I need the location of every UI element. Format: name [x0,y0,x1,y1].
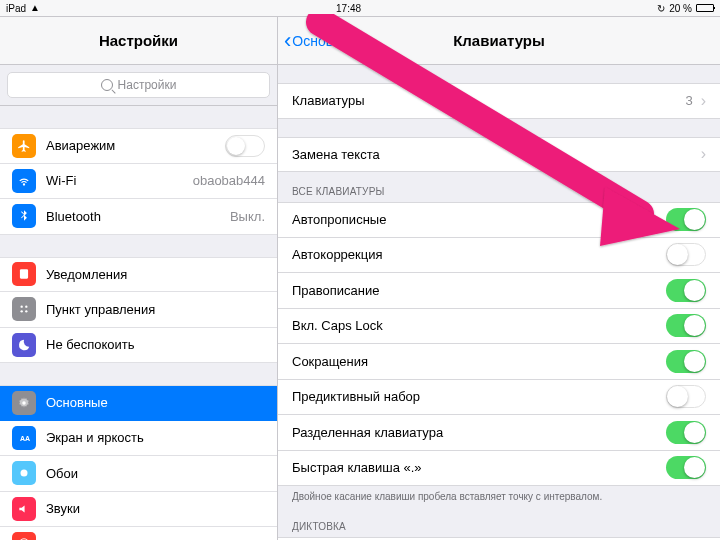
svg-point-2 [25,306,27,308]
battery-pct: 20 % [669,3,692,14]
control-center-icon [12,297,36,321]
search-icon [101,79,113,91]
toggle-switch[interactable] [666,243,706,266]
search-input[interactable]: Настройки [7,72,270,98]
back-button[interactable]: ‹ Основные [278,30,359,52]
chevron-right-icon: › [701,92,706,110]
svg-point-7 [21,470,28,477]
wallpaper-icon [12,461,36,485]
section-header-dictation: ДИКТОВКА [278,507,720,537]
toggle-switch[interactable] [666,385,706,408]
row-text-replacement[interactable]: Замена текста › [278,137,720,173]
sidebar-title: Настройки [99,32,178,49]
bluetooth-icon [12,204,36,228]
sidebar-item-general[interactable]: Основные [0,385,277,421]
display-icon: AA [12,426,36,450]
lock-icon [12,532,36,540]
gear-icon [12,391,36,415]
toggle-switch[interactable] [666,421,706,444]
row-toggle-2[interactable]: Правописание [278,273,720,309]
sidebar-item-wifi[interactable]: Wi-Fi obaobab444 [0,164,277,200]
row-toggle-4[interactable]: Сокращения [278,344,720,380]
sidebar-item-display[interactable]: AA Экран и яркость [0,421,277,457]
detail-panel: ‹ Основные Клавиатуры Клавиатуры 3 › Зам… [278,17,720,540]
sidebar-item-sounds[interactable]: Звуки [0,492,277,528]
svg-point-3 [21,310,23,312]
airplane-icon [12,134,36,158]
device-label: iPad [6,3,26,14]
section-header-all-keyboards: ВСЕ КЛАВИАТУРЫ [278,172,720,202]
sounds-icon [12,497,36,521]
row-toggle-1[interactable]: Автокоррекция [278,238,720,274]
sidebar-item-bluetooth[interactable]: Bluetooth Выкл. [0,199,277,235]
svg-point-1 [21,306,23,308]
row-toggle-7[interactable]: Быстрая клавиша «.» [278,451,720,487]
sidebar-item-dnd[interactable]: Не беспокоить [0,328,277,364]
toggle-switch[interactable] [666,456,706,479]
settings-sidebar: Настройки Настройки Авиарежим Wi-Fi obao… [0,17,278,540]
airplane-toggle[interactable] [225,135,265,157]
row-keyboards[interactable]: Клавиатуры 3 › [278,83,720,119]
toggle-switch[interactable] [666,314,706,337]
svg-text:AA: AA [20,435,30,442]
notifications-icon [12,262,36,286]
wifi-icon [12,169,36,193]
toggle-switch[interactable] [666,208,706,231]
chevron-left-icon: ‹ [284,30,291,52]
status-bar: iPad ▲ 17:48 ↻ 20 % [0,0,720,16]
battery-icon [696,4,714,12]
row-toggle-6[interactable]: Разделенная клавиатура [278,415,720,451]
toggle-switch[interactable] [666,279,706,302]
sidebar-item-wallpaper[interactable]: Обои [0,456,277,492]
status-time: 17:48 [40,3,657,14]
svg-rect-0 [20,270,28,279]
sidebar-header: Настройки [0,17,277,65]
row-toggle-3[interactable]: Вкл. Caps Lock [278,309,720,345]
detail-header: ‹ Основные Клавиатуры [278,17,720,65]
svg-point-4 [25,310,27,312]
chevron-right-icon: › [701,145,706,163]
sidebar-item-passcode[interactable]: Пароль [0,527,277,540]
wifi-icon: ▲ [30,3,40,13]
sidebar-item-notifications[interactable]: Уведомления [0,257,277,293]
row-toggle-5[interactable]: Предиктивный набор [278,380,720,416]
sidebar-item-control-center[interactable]: Пункт управления [0,292,277,328]
toggle-switch[interactable] [666,350,706,373]
sidebar-item-airplane[interactable]: Авиарежим [0,128,277,164]
section-footer: Двойное касание клавиши пробела вставляе… [278,486,720,507]
row-toggle-0[interactable]: Автопрописные [278,202,720,238]
dnd-icon [12,333,36,357]
